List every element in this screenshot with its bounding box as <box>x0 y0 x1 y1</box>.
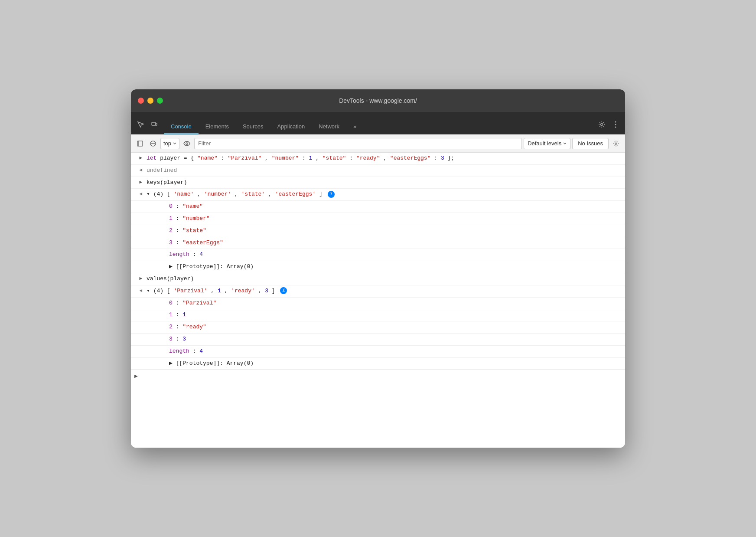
array-length-content: length : 4 <box>153 250 622 259</box>
array-2-item-3: 3 : 3 <box>131 334 625 346</box>
svg-rect-0 <box>152 122 156 125</box>
filter-input[interactable] <box>194 138 522 149</box>
issues-button[interactable]: No Issues <box>572 138 609 149</box>
close-button[interactable] <box>138 98 144 104</box>
console-settings-button[interactable] <box>610 138 622 149</box>
spacer <box>140 226 153 227</box>
array-1-item-1: 1 : "number" <box>131 213 625 225</box>
array-1-item-0: 0 : "name" <box>131 201 625 213</box>
tabs-bar: Console Elements Sources Application Net… <box>131 112 625 134</box>
console-array-1-header: ▾ (4) [ 'name' , 'number' , 'state' , 'e… <box>145 190 622 199</box>
input-arrow-icon-2: ▶ <box>131 178 145 185</box>
svg-rect-6 <box>137 141 143 146</box>
svg-point-4 <box>615 124 616 125</box>
console-toolbar: top Default levels No Issues <box>131 134 625 153</box>
tabs-right-icons <box>596 118 622 134</box>
issues-label: No Issues <box>578 140 603 147</box>
console-output[interactable]: ▶ let player = { "name" : "Parzival" , "… <box>131 153 625 448</box>
array-2-item-1: 1 : 1 <box>131 309 625 321</box>
array-item-content: 2 : "state" <box>153 226 622 236</box>
tab-network[interactable]: Network <box>312 120 346 134</box>
tab-more[interactable]: » <box>346 120 363 134</box>
array-item-content: 0 : "name" <box>153 202 622 211</box>
spacer <box>140 250 153 251</box>
svg-point-11 <box>615 143 617 144</box>
svg-rect-1 <box>156 123 157 125</box>
input-arrow-icon-3: ▶ <box>131 275 145 281</box>
cmd-prompt-icon: ▶ <box>134 373 138 380</box>
svg-point-5 <box>615 127 616 128</box>
tab-application[interactable]: Application <box>270 120 312 134</box>
spacer <box>140 347 153 348</box>
traffic-lights <box>138 98 163 104</box>
array-1-prototype[interactable]: ▶ [[Prototype]]: Array(0) <box>131 261 625 273</box>
devtools-window: DevTools - www.google.com/ Console Eleme… <box>131 89 625 448</box>
array-prototype-content: ▶ [[Prototype]]: Array(0) <box>153 262 622 272</box>
spacer <box>140 214 153 215</box>
console-row-array-2-header[interactable]: ◀ ▾ (4) [ 'Parzival' , 1 , 'ready' , 3 ]… <box>131 285 625 298</box>
main-tabs: Console Elements Sources Application Net… <box>164 120 596 134</box>
console-code-1: let player = { "name" : "Parzival" , "nu… <box>145 154 622 163</box>
tab-elements[interactable]: Elements <box>199 120 236 134</box>
info-badge-2[interactable]: i <box>280 287 287 294</box>
array-1-item-3: 3 : "easterEggs" <box>131 237 625 249</box>
output-arrow-icon-2: ◀ <box>131 190 145 196</box>
tab-console[interactable]: Console <box>164 120 199 134</box>
output-arrow-icon-3: ◀ <box>131 287 145 293</box>
levels-label: Default levels <box>528 140 561 147</box>
console-values-call: values(player) <box>145 275 622 284</box>
array-1-item-2: 2 : "state" <box>131 225 625 237</box>
clear-console-button[interactable] <box>147 138 159 149</box>
context-selector[interactable]: top <box>160 138 179 149</box>
info-badge-1[interactable]: i <box>328 191 335 198</box>
spacer <box>140 299 153 300</box>
spacer <box>140 359 153 360</box>
tab-sources[interactable]: Sources <box>236 120 270 134</box>
console-row-array-1-header[interactable]: ◀ ▾ (4) [ 'name' , 'number' , 'state' , … <box>131 189 625 201</box>
svg-point-2 <box>601 124 603 126</box>
array-item-content: 1 : 1 <box>153 311 622 320</box>
spacer <box>140 262 153 263</box>
console-row-output-1: ◀ undefined <box>131 165 625 177</box>
context-label: top <box>163 140 171 147</box>
console-input-row: ▶ <box>131 370 625 382</box>
array-length-content: length : 4 <box>153 347 622 356</box>
array-2-item-2: 2 : "ready" <box>131 321 625 334</box>
spacer <box>140 311 153 311</box>
default-levels-button[interactable]: Default levels <box>524 138 570 149</box>
window-title: DevTools - www.google.com/ <box>339 97 417 104</box>
spacer <box>140 335 153 336</box>
device-toggle-button[interactable] <box>148 118 160 131</box>
input-arrow-icon: ▶ <box>131 154 145 160</box>
array-item-content: 3 : 3 <box>153 335 622 344</box>
svg-point-10 <box>186 142 188 144</box>
array-item-content: 3 : "easterEggs" <box>153 239 622 248</box>
console-row-input-2: ▶ keys(player) <box>131 177 625 189</box>
settings-icon-button[interactable] <box>596 118 608 131</box>
minimize-button[interactable] <box>147 98 153 104</box>
tab-action-icons <box>134 118 160 134</box>
console-command-input[interactable] <box>140 373 622 380</box>
spacer <box>140 239 153 239</box>
array-2-item-0: 0 : "Parzival" <box>131 298 625 310</box>
title-bar: DevTools - www.google.com/ <box>131 89 625 112</box>
console-undefined: undefined <box>145 166 622 175</box>
maximize-button[interactable] <box>157 98 163 104</box>
console-row-input-1: ▶ let player = { "name" : "Parzival" , "… <box>131 153 625 165</box>
sidebar-toggle-button[interactable] <box>134 138 146 149</box>
eye-button[interactable] <box>181 138 192 149</box>
array-2-length: length : 4 <box>131 346 625 358</box>
array-1-length: length : 4 <box>131 249 625 261</box>
svg-point-3 <box>615 121 616 123</box>
more-options-button[interactable] <box>609 118 622 131</box>
console-keys-call: keys(player) <box>145 178 622 187</box>
spacer <box>140 202 153 203</box>
array-2-prototype[interactable]: ▶ [[Prototype]]: Array(0) <box>131 358 625 370</box>
console-array-2-header: ▾ (4) [ 'Parzival' , 1 , 'ready' , 3 ] i <box>145 287 622 296</box>
array-item-content: 2 : "ready" <box>153 323 622 332</box>
array-prototype-content: ▶ [[Prototype]]: Array(0) <box>153 359 622 368</box>
console-row-input-3: ▶ values(player) <box>131 273 625 285</box>
array-item-content: 0 : "Parzival" <box>153 299 622 308</box>
spacer <box>140 323 153 324</box>
inspect-element-button[interactable] <box>134 118 147 131</box>
